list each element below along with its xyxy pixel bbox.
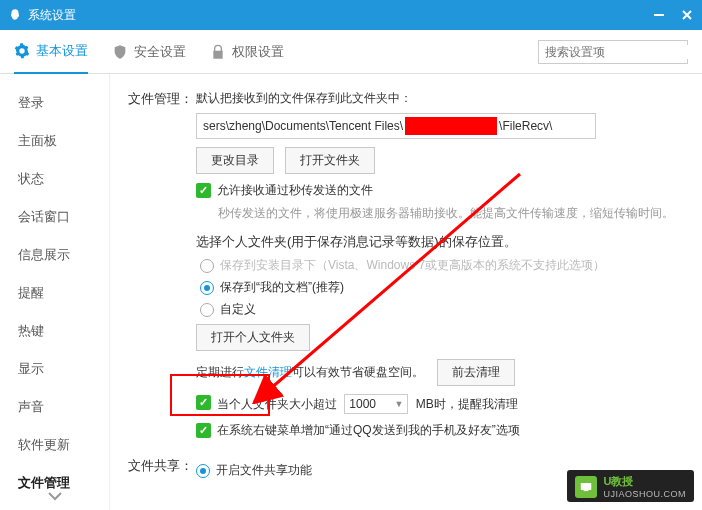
minimize-button[interactable] bbox=[652, 8, 666, 22]
sidebar-item-hotkey[interactable]: 热键 bbox=[0, 312, 109, 350]
sidebar-item-update[interactable]: 软件更新 bbox=[0, 426, 109, 464]
sidebar-item-sound[interactable]: 声音 bbox=[0, 388, 109, 426]
tab-permission-settings[interactable]: 权限设置 bbox=[210, 30, 284, 74]
go-cleanup-button[interactable]: 前去清理 bbox=[437, 359, 515, 386]
change-dir-button[interactable]: 更改目录 bbox=[196, 147, 274, 174]
context-menu-checkbox[interactable] bbox=[196, 423, 211, 438]
search-input-container[interactable] bbox=[538, 40, 688, 64]
size-warn-text-1: 当个人文件夹大小超过 bbox=[217, 397, 337, 411]
personal-folder-label: 选择个人文件夹(用于保存消息记录等数据)的保存位置。 bbox=[196, 233, 682, 251]
sidebar-item-reminder[interactable]: 提醒 bbox=[0, 274, 109, 312]
radio-install-dir bbox=[200, 259, 214, 273]
watermark-icon bbox=[575, 476, 597, 498]
radio-enable-share[interactable] bbox=[196, 464, 210, 478]
path-part1: sers\zheng\Documents\Tencent Files\ bbox=[203, 119, 403, 133]
radio-mydocs-label: 保存到“我的文档”(推荐) bbox=[220, 279, 344, 296]
size-warn-text-2: MB时，提醒我清理 bbox=[416, 397, 518, 411]
shield-icon bbox=[112, 44, 128, 60]
allow-flash-label: 允许接收通过秒传发送的文件 bbox=[217, 182, 373, 199]
size-value: 1000 bbox=[349, 397, 376, 411]
context-menu-label: 在系统右键菜单增加“通过QQ发送到我的手机及好友”选项 bbox=[217, 422, 520, 439]
chevron-down-icon[interactable] bbox=[47, 490, 63, 504]
sidebar-item-mainpanel[interactable]: 主面板 bbox=[0, 122, 109, 160]
tab-label: 安全设置 bbox=[134, 43, 186, 61]
flash-hint: 秒传发送的文件，将使用极速服务器辅助接收。能提高文件传输速度，缩短传输时间。 bbox=[218, 203, 682, 223]
search-input[interactable] bbox=[545, 45, 695, 59]
tab-label: 基本设置 bbox=[36, 42, 88, 60]
svg-rect-4 bbox=[584, 489, 589, 490]
size-warn-checkbox[interactable] bbox=[196, 395, 211, 410]
file-share-section-label: 文件共享： bbox=[128, 457, 196, 484]
watermark: U教授 UJIAOSHOU.COM bbox=[567, 470, 694, 502]
svg-rect-0 bbox=[654, 14, 664, 16]
folder-size-input[interactable]: 1000 ▼ bbox=[344, 394, 408, 414]
tab-security-settings[interactable]: 安全设置 bbox=[112, 30, 186, 74]
watermark-name: U教授 bbox=[603, 475, 633, 487]
sidebar-item-status[interactable]: 状态 bbox=[0, 160, 109, 198]
cleanup-text-2: 可以有效节省硬盘空间。 bbox=[292, 365, 424, 379]
tab-label: 权限设置 bbox=[232, 43, 284, 61]
title-bar: 系统设置 bbox=[0, 0, 702, 30]
cleanup-text-1: 定期进行 bbox=[196, 365, 244, 379]
sidebar-item-login[interactable]: 登录 bbox=[0, 84, 109, 122]
sidebar-item-display[interactable]: 显示 bbox=[0, 350, 109, 388]
enable-share-label: 开启文件共享功能 bbox=[216, 462, 312, 479]
lock-icon bbox=[210, 44, 226, 60]
sidebar-item-info-display[interactable]: 信息展示 bbox=[0, 236, 109, 274]
radio-custom-label: 自定义 bbox=[220, 301, 256, 318]
svg-rect-3 bbox=[581, 482, 592, 489]
default-path-label: 默认把接收到的文件保存到此文件夹中： bbox=[196, 90, 682, 107]
tab-basic-settings[interactable]: 基本设置 bbox=[14, 30, 88, 74]
window-title: 系统设置 bbox=[28, 7, 76, 24]
file-path-input[interactable]: sers\zheng\Documents\Tencent Files\ \Fil… bbox=[196, 113, 596, 139]
radio-custom[interactable] bbox=[200, 303, 214, 317]
open-folder-button[interactable]: 打开文件夹 bbox=[285, 147, 375, 174]
radio-mydocs[interactable] bbox=[200, 281, 214, 295]
app-icon bbox=[8, 8, 22, 22]
watermark-url: UJIAOSHOU.COM bbox=[603, 489, 686, 499]
file-cleanup-link[interactable]: 文件清理 bbox=[244, 365, 292, 379]
open-personal-folder-button[interactable]: 打开个人文件夹 bbox=[196, 324, 310, 351]
chevron-down-icon[interactable]: ▼ bbox=[394, 399, 403, 409]
radio-install-label: 保存到安装目录下（Vista、Windows 7或更高版本的系统不支持此选项） bbox=[220, 257, 605, 274]
content-panel: 文件管理： 默认把接收到的文件保存到此文件夹中： sers\zheng\Docu… bbox=[110, 74, 702, 510]
redacted-segment bbox=[405, 117, 497, 135]
close-button[interactable] bbox=[680, 8, 694, 22]
file-mgmt-section-label: 文件管理： bbox=[128, 90, 196, 443]
path-part2: \FileRecv\ bbox=[499, 119, 552, 133]
allow-flash-checkbox[interactable] bbox=[196, 183, 211, 198]
tab-bar: 基本设置 安全设置 权限设置 bbox=[0, 30, 702, 74]
sidebar-item-chatwindow[interactable]: 会话窗口 bbox=[0, 198, 109, 236]
gear-icon bbox=[14, 43, 30, 59]
sidebar: 登录 主面板 状态 会话窗口 信息展示 提醒 热键 显示 声音 软件更新 文件管… bbox=[0, 74, 110, 510]
